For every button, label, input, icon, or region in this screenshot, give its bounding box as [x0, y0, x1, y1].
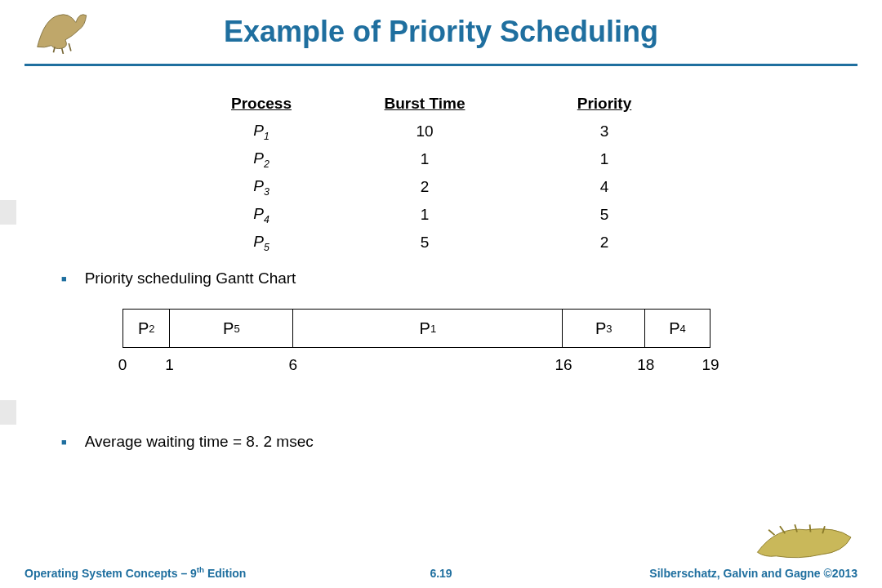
slide: Example of Priority Scheduling Process B… [0, 0, 882, 588]
bullet-text: Priority scheduling Gantt Chart [85, 270, 296, 287]
gantt-bar: P2 P5 P1 P3 P4 [122, 309, 710, 348]
gantt-segment: P3 [563, 310, 645, 347]
left-accent-2 [0, 400, 16, 425]
bullet-icon: ■ [61, 437, 67, 447]
gantt-tick: 0 [118, 356, 127, 374]
slide-title: Example of Priority Scheduling [224, 15, 658, 48]
table-row: P5 5 2 [188, 229, 694, 256]
process-cell: P4 [188, 205, 335, 225]
table-row: P3 2 4 [188, 173, 694, 201]
process-cell: P2 [188, 149, 335, 170]
process-cell: P3 [188, 177, 335, 198]
bullet-avg-wait: ■ Average waiting time = 8. 2 msec [61, 433, 314, 451]
burst-cell: 1 [335, 150, 514, 168]
gantt-segment: P1 [293, 310, 563, 347]
dinosaur-bottom-right-icon [753, 519, 859, 564]
table-row: P1 10 3 [188, 118, 694, 145]
left-accent-1 [0, 200, 16, 225]
col-burst-time: Burst Time [335, 95, 514, 113]
col-priority: Priority [514, 95, 694, 113]
process-table: Process Burst Time Priority P1 10 3 P2 1… [188, 90, 694, 256]
gantt-tick: 18 [637, 356, 654, 374]
burst-cell: 2 [335, 178, 514, 196]
priority-cell: 1 [514, 150, 694, 168]
process-cell: P1 [188, 122, 335, 142]
burst-cell: 1 [335, 206, 514, 224]
gantt-tick: 19 [702, 356, 719, 374]
title-underline [24, 64, 858, 66]
gantt-segment: P2 [123, 310, 170, 347]
footer-right: Silberschatz, Galvin and Gagne ©2013 [649, 567, 858, 580]
slide-header: Example of Priority Scheduling [0, 15, 882, 49]
priority-cell: 3 [514, 122, 694, 140]
process-cell: P5 [188, 233, 335, 253]
footer-left: Operating System Concepts – 9th Edition [24, 565, 246, 580]
priority-cell: 2 [514, 234, 694, 252]
gantt-ticks: 0 1 6 16 18 19 [122, 356, 710, 381]
process-table-header: Process Burst Time Priority [188, 90, 694, 118]
burst-cell: 5 [335, 234, 514, 252]
col-process: Process [188, 95, 335, 113]
bullet-icon: ■ [61, 274, 67, 283]
table-row: P4 1 5 [188, 201, 694, 229]
burst-cell: 10 [335, 122, 514, 140]
table-row: P2 1 1 [188, 145, 694, 173]
gantt-tick: 1 [165, 356, 174, 374]
gantt-segment: P4 [645, 310, 710, 347]
gantt-chart: P2 P5 P1 P3 P4 0 1 6 16 18 19 [122, 309, 710, 381]
bullet-text: Average waiting time = 8. 2 msec [85, 433, 314, 451]
bullet-gantt-heading: ■ Priority scheduling Gantt Chart [61, 270, 296, 287]
footer-page-number: 6.19 [430, 567, 452, 580]
priority-cell: 5 [514, 206, 694, 224]
gantt-tick: 16 [555, 356, 572, 374]
gantt-segment: P5 [170, 310, 293, 347]
gantt-tick: 6 [289, 356, 298, 374]
priority-cell: 4 [514, 178, 694, 196]
